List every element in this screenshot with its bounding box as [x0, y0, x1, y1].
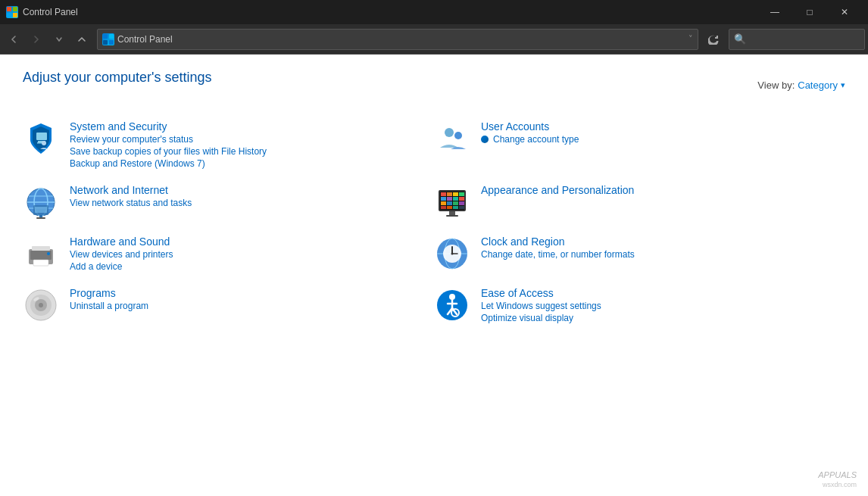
- address-path: Control Panel: [117, 34, 685, 45]
- appearance-icon: [434, 184, 470, 220]
- programs-title[interactable]: Programs: [70, 287, 148, 299]
- page-title: Adjust your computer's settings: [23, 70, 212, 86]
- category-hardware-sound: Hardware and Sound View devices and prin…: [23, 228, 434, 279]
- network-internet-content: Network and Internet View network status…: [70, 184, 192, 208]
- ease-of-access-content: Ease of Access Let Windows suggest setti…: [481, 287, 601, 323]
- svg-rect-6: [103, 40, 108, 45]
- view-by-arrow-icon: ▾: [841, 80, 845, 90]
- svg-rect-26: [447, 192, 452, 196]
- add-device-link[interactable]: Add a device: [70, 261, 173, 272]
- address-dropdown-icon: ˅: [688, 34, 693, 44]
- category-network-internet: Network and Internet View network status…: [23, 176, 434, 228]
- network-internet-title[interactable]: Network and Internet: [70, 184, 192, 196]
- back-button[interactable]: [3, 29, 24, 50]
- system-security-link-3[interactable]: Backup and Restore (Windows 7): [70, 158, 267, 169]
- svg-rect-2: [7, 13, 11, 17]
- up-button[interactable]: [71, 29, 92, 50]
- title-bar: Control Panel — □ ✕: [0, 0, 868, 24]
- svg-point-11: [42, 141, 46, 145]
- svg-rect-33: [441, 201, 446, 205]
- svg-rect-36: [459, 201, 464, 205]
- svg-rect-35: [453, 201, 458, 205]
- optimize-display-link[interactable]: Optimize visual display: [481, 313, 601, 323]
- watermark: APPUALS wsxdn.com: [818, 467, 857, 488]
- view-by-value[interactable]: Category: [798, 80, 838, 91]
- view-by-control: View by: Category ▾: [757, 80, 845, 91]
- hardware-sound-icon: [23, 236, 59, 272]
- svg-rect-5: [109, 34, 114, 39]
- svg-rect-44: [30, 251, 52, 260]
- svg-rect-45: [32, 246, 50, 251]
- clock-region-title[interactable]: Clock and Region: [481, 236, 635, 248]
- svg-rect-46: [33, 260, 48, 266]
- svg-rect-31: [453, 197, 458, 201]
- clock-region-icon: [434, 236, 470, 272]
- category-programs: Programs Uninstall a program: [23, 279, 434, 331]
- svg-rect-4: [103, 34, 108, 39]
- system-security-title[interactable]: System and Security: [70, 120, 267, 133]
- search-icon: 🔍: [734, 33, 746, 45]
- svg-rect-34: [447, 201, 452, 205]
- ease-of-access-icon: [434, 287, 470, 323]
- svg-rect-38: [447, 206, 452, 209]
- address-bar[interactable]: Control Panel ˅: [97, 29, 698, 50]
- svg-point-47: [47, 252, 50, 255]
- appearance-title[interactable]: Appearance and Personalization: [481, 184, 634, 196]
- svg-rect-20: [35, 207, 47, 213]
- maximize-button[interactable]: □: [792, 0, 827, 24]
- title-bar-left: Control Panel: [6, 6, 78, 18]
- svg-rect-21: [39, 215, 42, 217]
- svg-rect-0: [7, 7, 11, 11]
- recent-button[interactable]: [48, 29, 70, 50]
- navigation-bar: Control Panel ˅ 🔍: [0, 24, 868, 55]
- view-by-label: View by:: [757, 80, 795, 91]
- svg-rect-28: [459, 192, 464, 196]
- network-internet-icon: [23, 184, 59, 220]
- svg-rect-7: [109, 40, 114, 45]
- svg-rect-41: [449, 211, 455, 215]
- user-accounts-title[interactable]: User Accounts: [481, 120, 579, 133]
- category-clock-region: Clock and Region Change date, time, or n…: [434, 228, 845, 279]
- app-icon: [6, 6, 18, 18]
- svg-rect-27: [453, 192, 458, 196]
- devices-printers-link[interactable]: View devices and printers: [70, 249, 173, 260]
- svg-rect-22: [36, 217, 45, 219]
- forward-button[interactable]: [26, 29, 47, 50]
- category-user-accounts: User Accounts Change account type: [434, 113, 845, 176]
- svg-rect-39: [453, 206, 458, 209]
- hardware-sound-content: Hardware and Sound View devices and prin…: [70, 236, 173, 272]
- clock-region-content: Clock and Region Change date, time, or n…: [481, 236, 635, 260]
- close-button[interactable]: ✕: [827, 0, 862, 24]
- system-security-link-1[interactable]: Review your computer's status: [70, 134, 267, 145]
- window-title: Control Panel: [23, 7, 78, 17]
- svg-rect-42: [446, 215, 458, 217]
- date-time-link[interactable]: Change date, time, or number formats: [481, 249, 635, 260]
- svg-rect-25: [441, 192, 446, 196]
- system-security-link-2[interactable]: Save backup copies of your files with Fi…: [70, 146, 267, 157]
- change-account-type-link[interactable]: Change account type: [481, 134, 579, 145]
- programs-icon: [23, 287, 59, 323]
- user-accounts-icon: [434, 120, 470, 157]
- svg-rect-1: [13, 7, 17, 11]
- ease-of-access-title[interactable]: Ease of Access: [481, 287, 601, 299]
- svg-point-12: [445, 128, 454, 137]
- network-status-link[interactable]: View network status and tasks: [70, 198, 192, 208]
- svg-rect-30: [447, 197, 452, 201]
- refresh-button[interactable]: [703, 29, 724, 50]
- svg-point-58: [39, 303, 43, 307]
- category-system-security: System and Security Review your computer…: [23, 113, 434, 176]
- uninstall-program-link[interactable]: Uninstall a program: [70, 301, 148, 311]
- windows-suggest-link[interactable]: Let Windows suggest settings: [481, 301, 601, 311]
- svg-rect-40: [459, 206, 464, 209]
- svg-point-13: [454, 132, 462, 139]
- appearance-content: Appearance and Personalization: [481, 184, 634, 196]
- svg-rect-8: [36, 133, 47, 140]
- svg-rect-37: [441, 206, 446, 209]
- minimize-button[interactable]: —: [757, 0, 792, 24]
- categories-grid: System and Security Review your computer…: [23, 113, 845, 331]
- shield-badge-icon: [481, 136, 489, 143]
- hardware-sound-title[interactable]: Hardware and Sound: [70, 236, 173, 248]
- category-appearance: Appearance and Personalization: [434, 176, 845, 228]
- search-bar[interactable]: 🔍: [729, 29, 865, 50]
- address-icon: [102, 33, 114, 45]
